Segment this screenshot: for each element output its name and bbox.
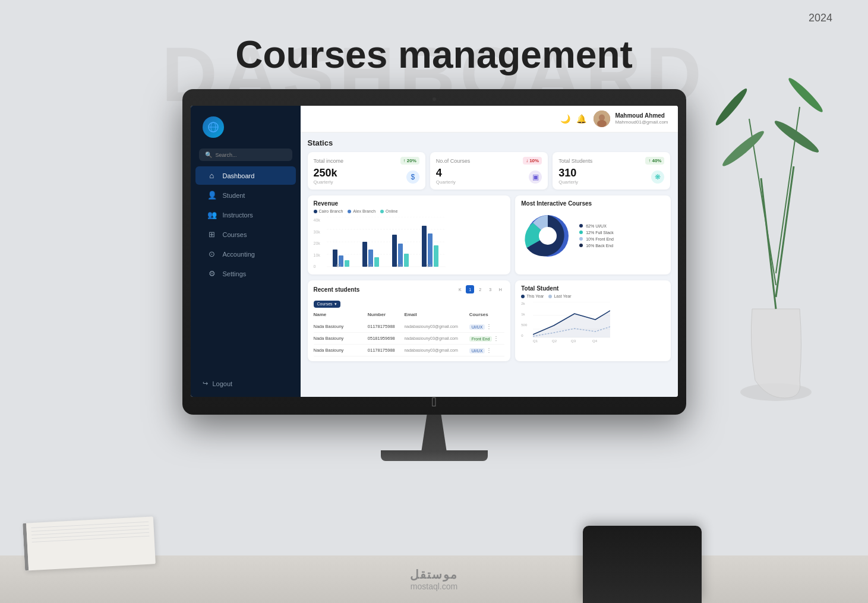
svg-rect-14 bbox=[362, 242, 367, 267]
stat-value-income: 250k bbox=[314, 167, 337, 179]
table-row: Nada Basiouny 01178175988 nadabasiouny03… bbox=[314, 345, 505, 356]
search-icon: 🔍 bbox=[205, 151, 212, 158]
sidebar-label-dashboard: Dashboard bbox=[223, 172, 255, 179]
legend-online: Online bbox=[380, 209, 397, 213]
stat-icon-courses: ▣ bbox=[529, 171, 542, 184]
sidebar-item-accounting[interactable]: ⊙ Accounting bbox=[195, 245, 296, 263]
user-details: Mahmoud Ahmed Mahmoud01@gmail.com bbox=[615, 112, 668, 125]
logout-label: Logout bbox=[213, 380, 233, 387]
svg-point-4 bbox=[599, 115, 605, 121]
stat-period-students: Quarterly bbox=[558, 179, 578, 185]
plant-decoration bbox=[702, 59, 850, 416]
top-header: 🌙 🔔 Mahmoud Ahm bbox=[301, 106, 678, 132]
main-content: 🌙 🔔 Mahmoud Ahm bbox=[301, 106, 678, 397]
bell-icon[interactable]: 🔔 bbox=[576, 114, 586, 124]
svg-rect-20 bbox=[422, 226, 427, 267]
header-icons: 🌙 🔔 bbox=[560, 114, 586, 124]
page-2[interactable]: 2 bbox=[476, 285, 484, 293]
svg-point-44 bbox=[713, 86, 750, 128]
pie-chart-card: Most Interactive Courses bbox=[515, 195, 670, 274]
row1-course: UI/UX ⋮ bbox=[469, 323, 505, 330]
row3-course: UI/UX ⋮ bbox=[469, 347, 505, 353]
legend-lastyear: Last Year bbox=[548, 294, 571, 298]
row2-name: Nada Basiouny bbox=[314, 336, 367, 341]
svg-point-42 bbox=[719, 128, 766, 169]
row2-email: nadabasiouny03@gmail.com bbox=[404, 336, 468, 340]
legend-alex: Alex Branch bbox=[348, 209, 375, 213]
row2-dots[interactable]: ⋮ bbox=[493, 335, 499, 342]
sidebar: 🔍 Search... ⌂ Dashboard 👤 Student 👥 Inst… bbox=[191, 106, 301, 397]
line-chart-card: Total Student This Year Last Year bbox=[515, 280, 670, 361]
pie-legend-uiux: 62% UI/UX bbox=[579, 224, 614, 228]
revenue-title: Revenue bbox=[314, 200, 505, 207]
sidebar-item-courses[interactable]: ⊞ Courses bbox=[195, 225, 296, 244]
stat-value-students: 310 bbox=[558, 167, 578, 179]
row1-dots[interactable]: ⋮ bbox=[486, 323, 492, 330]
svg-rect-17 bbox=[392, 235, 397, 267]
sidebar-logout[interactable]: ↪ Logout bbox=[191, 372, 301, 397]
sidebar-label-instructors: Instructors bbox=[223, 211, 253, 219]
stats-row: Total income ↑ 20% 250k Quarterly $ bbox=[308, 152, 671, 190]
stat-badge-courses: ↓ 10% bbox=[523, 157, 542, 165]
sidebar-item-instructors[interactable]: 👥 Instructors bbox=[195, 206, 296, 224]
instructors-icon: 👥 bbox=[207, 210, 217, 219]
watermark-logo: موستقل bbox=[410, 567, 458, 582]
dashboard-body: Statics Total income ↑ 20% 250k bbox=[301, 132, 678, 397]
stat-card-students: Total Students ↑ 40% 310 Quarterly ❋ bbox=[553, 152, 670, 190]
row1-name: Nada Basiouny bbox=[314, 324, 367, 329]
row3-dots[interactable]: ⋮ bbox=[486, 347, 492, 353]
pie-legend-backend: 16% Back End bbox=[579, 244, 614, 248]
chair-back bbox=[583, 526, 702, 603]
page-3[interactable]: 3 bbox=[486, 285, 494, 293]
sidebar-item-dashboard[interactable]: ⌂ Dashboard bbox=[195, 166, 296, 185]
svg-text:Q1: Q1 bbox=[533, 339, 538, 343]
svg-rect-13 bbox=[345, 260, 349, 267]
svg-point-45 bbox=[786, 75, 825, 115]
logout-icon: ↪ bbox=[203, 380, 208, 387]
pie-title: Most Interactive Courses bbox=[521, 200, 664, 207]
apple-logo:  bbox=[431, 394, 436, 410]
line-chart-svg: Q1 Q2 Q3 Q4 bbox=[533, 302, 610, 343]
monitor-base bbox=[381, 450, 488, 461]
stat-badge-income: ↑ 20% bbox=[400, 157, 419, 165]
svg-rect-22 bbox=[434, 245, 438, 267]
watermark: موستقل mostaql.com bbox=[410, 567, 458, 591]
accounting-icon: ⊙ bbox=[207, 250, 217, 258]
sidebar-item-student[interactable]: 👤 Student bbox=[195, 186, 296, 204]
row3-number: 01178175988 bbox=[368, 348, 403, 353]
notebook bbox=[23, 516, 156, 570]
search-placeholder: Search... bbox=[216, 152, 237, 158]
page-last[interactable]: H bbox=[496, 285, 504, 293]
svg-rect-21 bbox=[428, 233, 433, 267]
svg-text:Q4: Q4 bbox=[426, 264, 431, 267]
row2-number: 05181959698 bbox=[368, 336, 403, 341]
svg-point-43 bbox=[772, 118, 822, 156]
svg-rect-16 bbox=[374, 257, 379, 267]
user-info: Mahmoud Ahmed Mahmoud01@gmail.com bbox=[594, 111, 668, 127]
svg-point-5 bbox=[597, 120, 607, 127]
col-number: Number bbox=[368, 311, 403, 318]
page-1[interactable]: 1 bbox=[466, 285, 474, 293]
legend-cairo: Cairo Branch bbox=[314, 209, 343, 213]
monitor-outer: 🔍 Search... ⌂ Dashboard 👤 Student 👥 Inst… bbox=[182, 89, 686, 415]
sidebar-label-courses: Courses bbox=[223, 231, 247, 238]
pie-legend-frontend: 10% Front End bbox=[579, 237, 614, 241]
stat-badge-students: ↑ 40% bbox=[645, 157, 664, 165]
stat-label-income: Total income bbox=[314, 158, 344, 164]
page-first[interactable]: K bbox=[456, 285, 464, 293]
stat-card-courses: No.of Courses ↓ 10% 4 Quarterly ▣ bbox=[430, 152, 548, 190]
row2-course: Front End ⋮ bbox=[469, 335, 505, 342]
sidebar-item-settings[interactable]: ⚙ Settings bbox=[195, 264, 296, 283]
svg-text:Q2: Q2 bbox=[552, 339, 557, 343]
svg-text:Q2: Q2 bbox=[367, 264, 372, 267]
monitor-screen: 🔍 Search... ⌂ Dashboard 👤 Student 👥 Inst… bbox=[191, 106, 678, 397]
search-bar[interactable]: 🔍 Search... bbox=[199, 149, 292, 161]
courses-dropdown[interactable]: Courses ▾ bbox=[314, 301, 340, 308]
sidebar-label-settings: Settings bbox=[223, 270, 247, 277]
courses-icon: ⊞ bbox=[207, 230, 217, 239]
stat-card-income: Total income ↑ 20% 250k Quarterly $ bbox=[308, 152, 425, 190]
table-title: Recent students bbox=[314, 286, 360, 293]
row1-number: 01178175988 bbox=[368, 324, 403, 329]
pie-legend-fullstack: 12% Full Stack bbox=[579, 231, 614, 235]
moon-icon[interactable]: 🌙 bbox=[560, 114, 570, 124]
